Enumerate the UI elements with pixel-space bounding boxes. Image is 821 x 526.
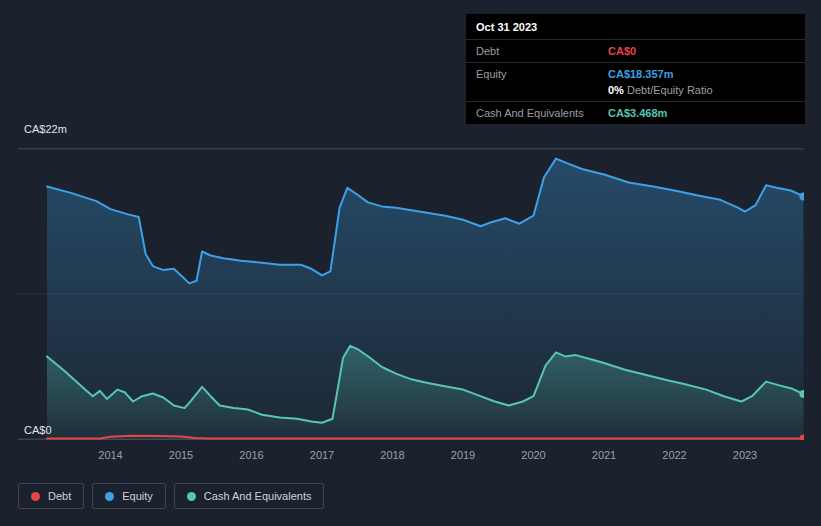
x-tick-label: 2016 (239, 449, 263, 461)
x-tick-label: 2023 (733, 449, 757, 461)
cash-dot-icon (187, 492, 196, 501)
x-tick-label: 2019 (451, 449, 475, 461)
x-tick-label: 2017 (310, 449, 334, 461)
x-tick-label: 2022 (662, 449, 686, 461)
tooltip-ratio-value: 0% (608, 84, 624, 96)
tooltip-ratio-label: Debt/Equity Ratio (627, 84, 713, 96)
y-axis-top-label: CA$22m (24, 123, 67, 135)
tooltip-debt-row: Debt CA$0 (466, 40, 805, 63)
x-tick-label: 2014 (98, 449, 122, 461)
plot-area[interactable] (18, 148, 804, 440)
tooltip-cash-value: CA$3.468m (598, 102, 677, 124)
legend-cash-label: Cash And Equivalents (204, 490, 312, 502)
x-tick-label: 2021 (592, 449, 616, 461)
tooltip-equity-row: Equity CA$18.357m 0% Debt/Equity Ratio (466, 63, 805, 102)
legend-debt-label: Debt (48, 490, 71, 502)
tooltip-debt-label: Debt (466, 40, 598, 62)
tooltip-debt-value: CA$0 (598, 40, 646, 62)
tooltip-equity-value: CA$18.357m (608, 68, 673, 80)
tooltip-cash-row: Cash And Equivalents CA$3.468m (466, 102, 805, 124)
equity-dot-icon (105, 492, 114, 501)
legend-item-debt[interactable]: Debt (18, 483, 84, 509)
x-tick-label: 2018 (380, 449, 404, 461)
x-tick-label: 2020 (521, 449, 545, 461)
tooltip-equity-label: Equity (466, 63, 598, 101)
legend-equity-label: Equity (122, 490, 153, 502)
x-tick-label: 2015 (169, 449, 193, 461)
tooltip-date: Oct 31 2023 (466, 14, 805, 40)
legend-item-cash[interactable]: Cash And Equivalents (174, 483, 325, 509)
legend-item-equity[interactable]: Equity (92, 483, 166, 509)
chart-tooltip: Oct 31 2023 Debt CA$0 Equity CA$18.357m … (466, 14, 805, 124)
chart-legend: Debt Equity Cash And Equivalents (18, 483, 324, 509)
x-axis: 2014201520162017201820192020202120222023 (18, 449, 804, 463)
debt-dot-icon (31, 492, 40, 501)
tooltip-cash-label: Cash And Equivalents (466, 102, 598, 124)
tooltip-ratio: 0% Debt/Equity Ratio (608, 84, 713, 96)
